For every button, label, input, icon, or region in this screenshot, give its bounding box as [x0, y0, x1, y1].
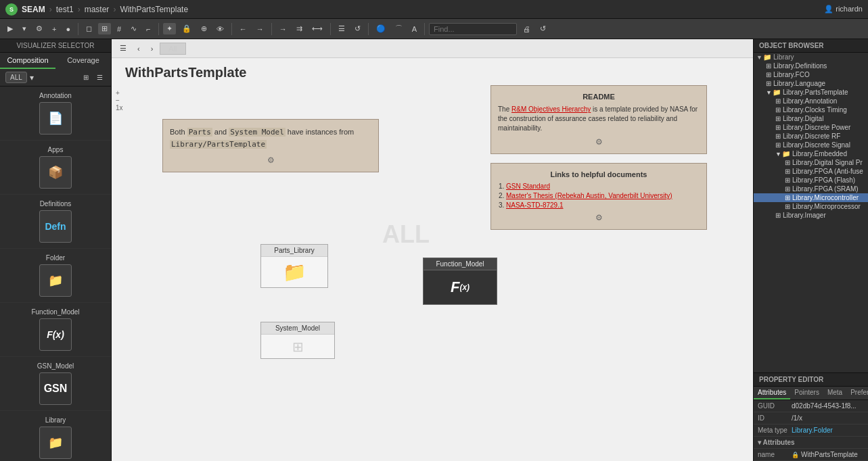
- tree-item-definitions[interactable]: ⊞ Library.Definitions: [754, 62, 868, 70]
- layout-button[interactable]: ◻: [83, 23, 95, 34]
- eye-button[interactable]: 👁: [213, 24, 227, 34]
- prop-row-id: ID /1/x: [754, 412, 868, 424]
- tree-item-fpga-sram[interactable]: ⊞ Library.FPGA (SRAM): [754, 185, 868, 193]
- play-button[interactable]: ▶: [4, 23, 16, 34]
- add-button[interactable]: +: [49, 24, 60, 34]
- tree-item-partstemplate[interactable]: ▼ 📁 Library.PartsTemplate: [754, 88, 868, 97]
- tree-item-microprocessor[interactable]: ⊞ Library.Microprocessor: [754, 202, 868, 211]
- readme-gear-icon[interactable]: ⚙: [498, 137, 700, 147]
- apps-icon: 📦: [39, 156, 72, 189]
- sidebar-item-apps[interactable]: Apps 📦: [0, 141, 111, 195]
- gsn-standard-link[interactable]: GSN Standard: [506, 183, 550, 190]
- print-button[interactable]: 🖨: [520, 24, 534, 34]
- double-arrow-button[interactable]: ⇉: [293, 23, 306, 34]
- comment-gear-icon[interactable]: ⚙: [170, 155, 371, 165]
- tree-item-annotation[interactable]: ⊞ Library.Annotation: [754, 97, 868, 105]
- folder-label: Folder: [46, 254, 65, 262]
- lock-button[interactable]: 🔒: [179, 23, 195, 34]
- toolbar-divider-5: [330, 23, 331, 35]
- canvas-title: WithPartsTemplate: [125, 65, 246, 80]
- breadcrumb-current[interactable]: WithPartsTemplate: [120, 5, 188, 14]
- info-button[interactable]: ●: [62, 24, 74, 34]
- align-button[interactable]: ☰: [335, 23, 348, 34]
- canvas-next-button[interactable]: ›: [147, 43, 158, 54]
- save-button[interactable]: ⚙: [32, 23, 46, 34]
- sidebar-item-annotation[interactable]: Annotation 📄: [0, 87, 111, 141]
- prop-row-metatype: Meta type Library.Folder: [754, 424, 868, 437]
- tree-item-digital-signal-pr[interactable]: ⊞ Library.Digital Signal Pr: [754, 158, 868, 167]
- tree-item-fpga-flash[interactable]: ⊞ Library.FPGA (Flash): [754, 176, 868, 185]
- tree-item-microcontroller[interactable]: ⊞ Library.Microcontroller: [754, 193, 868, 202]
- system-model-title: System_Model: [261, 322, 334, 335]
- forward-button[interactable]: →: [253, 24, 267, 34]
- angle-button[interactable]: ⌐: [143, 24, 154, 34]
- tab-attributes[interactable]: Attributes: [754, 387, 790, 399]
- tree-item-digital[interactable]: ⊞ Library.Digital: [754, 114, 868, 123]
- line-button[interactable]: ⌒: [392, 22, 406, 35]
- tree-item-language[interactable]: ⊞ Library.Language: [754, 79, 868, 88]
- tree-label-fpga-flash: Library.FPGA (Flash): [792, 176, 855, 184]
- sidebar-item-definitions[interactable]: Definitions Defn: [0, 195, 111, 249]
- sidebar-item-library[interactable]: Library 📁: [0, 411, 111, 461]
- refresh-button[interactable]: ↺: [536, 23, 549, 34]
- system-model-box[interactable]: System_Model ⊞: [260, 322, 335, 359]
- tree-item-library-root[interactable]: ▼ 📁 Library: [754, 53, 868, 62]
- back-button[interactable]: ←: [236, 24, 250, 34]
- toolbar-divider-7: [424, 23, 425, 35]
- parts-library-box[interactable]: Parts_Library 📁: [260, 244, 328, 288]
- tree-item-fco[interactable]: ⊞ Library.FCO: [754, 70, 868, 79]
- breadcrumb-test1[interactable]: test1: [56, 5, 74, 14]
- plus-circle-button[interactable]: ⊕: [198, 23, 210, 34]
- tree-item-fpga-anti[interactable]: ⊞ Library.FPGA (Anti-fuse: [754, 167, 868, 176]
- rotate-button[interactable]: ↺: [351, 23, 364, 34]
- tree-item-discrete-signal[interactable]: ⊞ Library.Discrete Signal: [754, 141, 868, 149]
- canvas-content[interactable]: WithPartsTemplate + − 1x Both Parts and …: [112, 58, 753, 461]
- tree-item-imager[interactable]: ⊞ Library.Imager: [754, 211, 868, 220]
- tab-preferences[interactable]: Preferences: [846, 387, 868, 399]
- arrow-right-button[interactable]: →: [276, 24, 290, 34]
- tree-label-library: Library: [773, 53, 794, 61]
- visualizer-selector-label: VISUALIZER SELECTOR: [0, 39, 111, 53]
- crosshair-button[interactable]: ✦: [163, 23, 176, 34]
- wave-button[interactable]: ∿: [127, 23, 140, 34]
- links-gear-icon[interactable]: ⚙: [498, 213, 700, 222]
- prop-val-metatype[interactable]: Library.Folder: [792, 427, 833, 434]
- comment-box: Both Parts and System Model have instanc…: [162, 119, 379, 172]
- canvas-list-button[interactable]: ☰: [116, 43, 131, 54]
- thesis-link[interactable]: Master's Thesis (Rebekah Austin, Vanderb…: [506, 192, 672, 199]
- breadcrumb-master[interactable]: master: [85, 5, 110, 14]
- all-filter-button[interactable]: ALL: [5, 72, 27, 83]
- nasa-link[interactable]: NASA-STD-8729.1: [506, 201, 563, 209]
- sidebar-item-gsn-model[interactable]: GSN_Model GSN: [0, 357, 111, 411]
- links-title: Links to helpful documents: [498, 170, 700, 178]
- color-button[interactable]: 🔵: [373, 23, 389, 34]
- sidebar-item-function-model[interactable]: Function_Model F(x): [0, 303, 111, 357]
- zoom-in-icon[interactable]: +: [116, 89, 120, 97]
- view-grid-button[interactable]: ⊞: [81, 73, 91, 82]
- prop-key-id: ID: [758, 414, 792, 422]
- function-model-box[interactable]: Function_Model F(x): [423, 258, 497, 305]
- tree-item-discrete-power[interactable]: ⊞ Library.Discrete Power: [754, 123, 868, 132]
- readme-text: The R&M Objectives Hierarchy is a templa…: [498, 105, 700, 133]
- canvas-prev-button[interactable]: ‹: [133, 43, 144, 54]
- tab-composition[interactable]: Composition: [0, 53, 55, 69]
- hash-button[interactable]: #: [114, 24, 124, 34]
- canvas-tab-all[interactable]: All: [160, 43, 185, 55]
- view-list-button[interactable]: ☰: [94, 73, 106, 82]
- tree-item-embedded[interactable]: ▼ 📁 Library.Embedded: [754, 149, 868, 158]
- tree-item-discrete-rf[interactable]: ⊞ Library.Discrete RF: [754, 132, 868, 141]
- text-button[interactable]: A: [409, 24, 420, 34]
- zoom-out-icon[interactable]: −: [116, 97, 120, 104]
- tree-label-discrete-power: Library.Discrete Power: [783, 124, 850, 131]
- dropdown-button[interactable]: ▾: [19, 23, 30, 34]
- sidebar-item-folder[interactable]: Folder 📁: [0, 249, 111, 303]
- tree-item-clocks[interactable]: ⊞ Library.Clocks Timing: [754, 105, 868, 114]
- tab-meta[interactable]: Meta: [823, 387, 846, 399]
- prop-key-metatype: Meta type: [758, 427, 792, 434]
- readme-link[interactable]: R&M Objectives Hierarchy: [511, 105, 591, 113]
- search-input[interactable]: [429, 23, 517, 35]
- tab-coverage[interactable]: Coverage: [55, 53, 111, 69]
- resize-button[interactable]: ⟷: [309, 23, 326, 34]
- tab-pointers[interactable]: Pointers: [790, 387, 823, 399]
- grid-button[interactable]: ⊞: [98, 23, 111, 34]
